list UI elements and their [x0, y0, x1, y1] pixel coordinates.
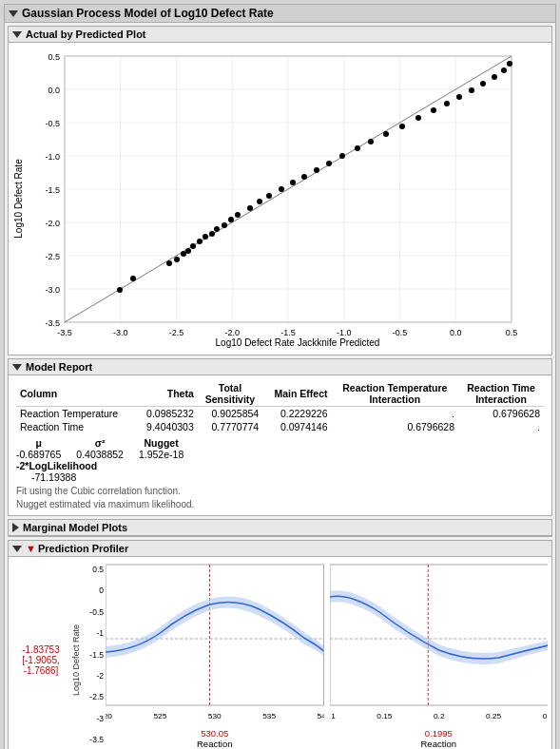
- mr-collapse-icon[interactable]: [12, 364, 22, 371]
- svg-point-67: [415, 115, 421, 121]
- svg-point-52: [228, 217, 234, 222]
- actual-predicted-header: Actual by Predicted Plot: [9, 27, 551, 43]
- chart2-current-val: 0.1995: [330, 728, 549, 739]
- marginal-panel: Marginal Model Plots: [8, 519, 552, 537]
- app-collapse-icon[interactable]: [12, 31, 22, 38]
- nugget-val: 1.952e-18: [139, 449, 183, 460]
- model-report-table: Column Theta TotalSensitivity Main Effec…: [16, 381, 544, 433]
- svg-text:535: 535: [262, 712, 276, 720]
- collapse-icon[interactable]: [9, 10, 18, 17]
- svg-point-71: [469, 87, 474, 93]
- loglik-label: -2*LogLikelihood: [16, 460, 97, 471]
- svg-text:0.2: 0.2: [433, 712, 444, 720]
- row1-sensitivity: 0.9025854: [198, 407, 262, 421]
- gaussian-panel-header: Gaussian Process Model of Log10 Defect R…: [5, 5, 555, 23]
- ytick-0: 0: [83, 586, 104, 595]
- ytick--1.5: -1.5: [83, 650, 104, 660]
- svg-text:Log10 Defect Rate: Log10 Defect Rate: [13, 159, 24, 239]
- svg-text:-2.5: -2.5: [45, 252, 60, 261]
- svg-rect-84: [330, 565, 549, 705]
- sigma2-val: 0.4038852: [76, 449, 124, 460]
- marginal-collapse-icon[interactable]: [12, 523, 19, 532]
- svg-point-72: [480, 81, 486, 86]
- loglik-val: -71.19388: [31, 471, 544, 483]
- col-header-theta: Theta: [136, 381, 198, 407]
- svg-point-40: [117, 287, 123, 293]
- profiler-content: -1.83753 [-1.9065, -1.7686] Log10 Defect…: [9, 557, 551, 749]
- svg-text:0.5: 0.5: [48, 52, 60, 62]
- svg-point-64: [368, 139, 374, 144]
- svg-point-49: [209, 231, 215, 237]
- model-report-panel: Model Report Column Theta TotalSensitivi…: [8, 358, 552, 516]
- svg-text:-2.0: -2.0: [45, 219, 60, 228]
- svg-point-53: [235, 212, 241, 218]
- actual-predicted-panel: Actual by Predicted Plot Log10 Defect Ra…: [8, 26, 552, 355]
- svg-text:-1.5: -1.5: [280, 328, 296, 337]
- svg-point-43: [174, 257, 180, 262]
- svg-point-55: [257, 199, 262, 204]
- model-report-header: Model Report: [9, 359, 551, 375]
- prediction-profiler-panel: ▼ Prediction Profiler -1.83753 [-1.9065,…: [8, 540, 552, 749]
- model-report-content: Column Theta TotalSensitivity Main Effec…: [9, 375, 551, 515]
- svg-point-48: [203, 234, 208, 240]
- actual-predicted-chart: Log10 Defect Rate Log10 Defect Rate Jack…: [9, 43, 551, 355]
- table-row: Reaction Temperature 0.0985232 0.9025854…: [16, 407, 544, 421]
- prediction-profiler-title: Prediction Profiler: [38, 543, 128, 554]
- svg-point-51: [222, 222, 227, 228]
- svg-point-63: [355, 145, 360, 151]
- svg-point-54: [247, 205, 253, 211]
- row1-main-effect: 0.2229226: [262, 407, 331, 421]
- svg-text:525: 525: [153, 712, 166, 720]
- svg-text:0.3: 0.3: [542, 712, 548, 720]
- chart1-xlabel1: Reaction: [106, 739, 324, 749]
- loglik-section: -2*LogLikelihood -71.19388: [16, 460, 544, 483]
- table-row: Reaction Time 9.4040303 0.7770774 0.0974…: [16, 420, 544, 433]
- svg-text:520: 520: [106, 712, 112, 720]
- svg-text:0.0: 0.0: [48, 86, 60, 95]
- row2-rt-interaction: 0.6796628: [332, 420, 458, 433]
- svg-text:-2.0: -2.0: [224, 328, 240, 337]
- nugget-label: Nugget: [145, 437, 179, 449]
- profiler-collapse-icon[interactable]: [12, 546, 22, 552]
- svg-point-73: [492, 74, 497, 80]
- svg-text:530: 530: [208, 712, 222, 720]
- svg-text:-1.0: -1.0: [337, 328, 352, 337]
- mu-val: -0.689765: [16, 449, 61, 460]
- svg-text:-3.0: -3.0: [45, 285, 60, 295]
- profiler-chart2: 0.1 0.15 0.2 0.25 0.3 0.1995 Reaction Ti…: [330, 561, 549, 749]
- row2-col: Reaction Time: [16, 420, 136, 433]
- svg-point-45: [185, 248, 191, 254]
- svg-point-75: [507, 61, 512, 67]
- chart1-current-val: 530.05: [106, 728, 324, 739]
- ytick-0.5: 0.5: [83, 565, 104, 574]
- ytick--3: -3: [83, 714, 104, 723]
- svg-text:-1.5: -1.5: [45, 185, 60, 195]
- svg-point-74: [501, 67, 507, 73]
- ytick--2: -2: [83, 671, 104, 681]
- svg-point-65: [383, 131, 389, 137]
- nugget-col: Nugget 1.952e-18: [139, 437, 183, 460]
- svg-text:0.0: 0.0: [450, 328, 462, 337]
- svg-text:540: 540: [318, 712, 324, 720]
- svg-point-61: [326, 161, 332, 166]
- svg-point-56: [266, 193, 272, 199]
- svg-text:-3.5: -3.5: [45, 318, 60, 328]
- row1-rtime-interaction: 0.6796628: [458, 407, 544, 421]
- col-header-rt-interaction: Reaction TemperatureInteraction: [332, 381, 458, 407]
- profiler-y-label: Log10 Defect Rate: [71, 624, 81, 696]
- col-header-column: Column: [16, 381, 136, 407]
- gaussian-panel: Gaussian Process Model of Log10 Defect R…: [4, 4, 556, 749]
- profiler-response-val: -1.83753 [-1.9065, -1.7686]: [22, 644, 59, 676]
- mu-label: μ: [35, 437, 41, 449]
- marginal-title: Marginal Model Plots: [23, 522, 127, 533]
- row1-col: Reaction Temperature: [16, 407, 136, 421]
- row1-theta: 0.0985232: [136, 407, 198, 421]
- ytick--1: -1: [83, 628, 104, 638]
- main-container: Gaussian Process Model of Log10 Defect R…: [0, 0, 560, 749]
- svg-point-68: [431, 107, 436, 113]
- note2: Nugget estimated via maximum likelihood.: [16, 499, 544, 509]
- sigma2-col: σ² 0.4038852: [76, 437, 124, 460]
- svg-text:-0.5: -0.5: [393, 328, 408, 337]
- row2-rtime-interaction: .: [458, 420, 544, 433]
- col-header-rtime-interaction: Reaction TimeInteraction: [458, 381, 544, 407]
